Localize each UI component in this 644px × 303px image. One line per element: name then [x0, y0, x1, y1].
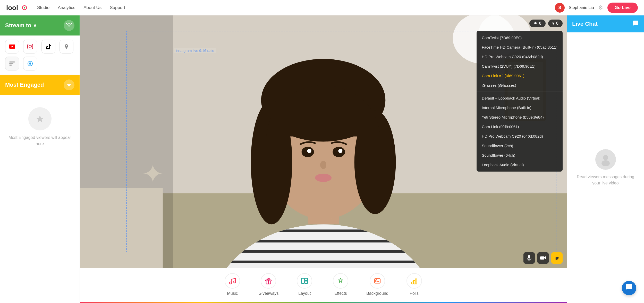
background-label: Background	[366, 291, 388, 296]
audio-option-cam-link[interactable]: Cam Link (0fd9:0061)	[477, 122, 563, 131]
polls-icon-circle	[406, 273, 422, 289]
svg-rect-8	[9, 65, 12, 66]
stream-to-bar[interactable]: Stream to ∧	[0, 15, 80, 35]
nav-analytics[interactable]: Analytics	[58, 5, 75, 10]
svg-point-36	[338, 149, 342, 153]
camera-option-camtwist-2vuy[interactable]: CamTwist (2VUY) (7D69:90E1)	[477, 61, 563, 71]
platform-youtube[interactable]	[5, 40, 19, 54]
heart-icon: ♥	[552, 21, 555, 26]
music-label: Music	[227, 291, 238, 296]
effects-icon-circle	[333, 273, 348, 289]
toolbar-effects[interactable]: Effects	[330, 273, 351, 296]
settings-button[interactable]	[551, 252, 563, 264]
top-navigation: lool Studio Analytics About Us Support S…	[0, 0, 644, 15]
toolbar-background[interactable]: Background	[366, 273, 388, 296]
most-engaged-content: ★ Most Engaged viewers will appear here	[0, 95, 80, 159]
camera-option-cam-link-2[interactable]: Cam Link #2 (0fd9:0061)	[477, 71, 563, 81]
logo: lool	[6, 3, 27, 12]
go-live-button[interactable]: Go Live	[607, 3, 638, 13]
live-chat-title: Live Chat	[572, 21, 598, 27]
background-icon-circle	[370, 273, 385, 289]
svg-point-2	[24, 7, 25, 8]
microphone-button[interactable]	[523, 252, 535, 264]
svg-rect-54	[412, 282, 413, 284]
audio-option-yeti[interactable]: Yeti Stereo Microphone (b58e:9e84)	[477, 112, 563, 122]
right-panel: Live Chat Read viewers messages during y…	[567, 15, 644, 303]
platform-belive[interactable]	[23, 57, 37, 70]
nav-about[interactable]: About Us	[83, 5, 101, 10]
layout-label: Layout	[298, 291, 311, 296]
user-name: Stephanie Liu	[569, 5, 594, 10]
svg-point-5	[31, 45, 32, 45]
most-engaged-bar[interactable]: Most Engaged ★	[0, 75, 80, 95]
svg-rect-55	[413, 280, 415, 284]
audio-option-internal-mic[interactable]: Internal Microphone (Built-in)	[477, 103, 563, 112]
svg-rect-44	[540, 256, 544, 260]
svg-point-46	[234, 281, 236, 283]
toolbar-giveaways[interactable]: Giveaways	[258, 273, 279, 296]
layout-icon-circle	[297, 273, 312, 289]
camera-dropdown: CamTwist (7D69:90E0) FaceTime HD Camera …	[477, 31, 563, 172]
polls-label: Polls	[410, 291, 419, 296]
platform-icons	[0, 35, 80, 75]
video-container: ✦ instagram live 9:16 ratio 👁 0 ♥ 0	[80, 15, 567, 268]
audio-option-loopback-virtual[interactable]: Loopback Audio (Virtual)	[477, 160, 563, 170]
camera-option-iglasses[interactable]: iGlasses (iGla:sses)	[477, 81, 563, 90]
dropdown-divider	[477, 92, 563, 92]
video-section: ✦ instagram live 9:16 ratio 👁 0 ♥ 0	[80, 15, 567, 303]
nav-support[interactable]: Support	[110, 5, 125, 10]
star-icon: ★	[67, 82, 71, 88]
toolbar-polls[interactable]: Polls	[404, 273, 425, 296]
chat-content: Read viewers messages during your live v…	[567, 32, 644, 303]
sidebar: Stream to ∧	[0, 15, 80, 303]
camera-button[interactable]	[537, 252, 549, 264]
stream-to-label: Stream to ∧	[5, 22, 37, 29]
gear-icon[interactable]: ⚙	[598, 4, 603, 11]
nav-right: S Stephanie Liu ⚙ Go Live	[555, 3, 638, 13]
platform-instagram[interactable]	[23, 40, 37, 54]
bottom-gradient-bar	[80, 302, 567, 303]
chat-bubble-button[interactable]	[622, 281, 636, 295]
platform-restream[interactable]	[5, 57, 19, 70]
camera-option-camtwist-7d69[interactable]: CamTwist (7D69:90E0)	[477, 33, 563, 42]
platform-tiktok[interactable]	[41, 40, 55, 54]
audio-option-hd-pro-audio[interactable]: HD Pro Webcam C920 (046d:082d)	[477, 131, 563, 141]
most-engaged-label: Most Engaged	[5, 82, 44, 88]
svg-point-35	[307, 149, 311, 153]
effects-label: Effects	[334, 291, 347, 296]
svg-rect-52	[375, 279, 380, 283]
svg-text:✦: ✦	[142, 159, 164, 188]
nav-links: Studio Analytics About Us Support	[37, 5, 555, 10]
star-placeholder-icon: ★	[35, 113, 45, 125]
audio-option-soundflower-2ch[interactable]: Soundflower (2ch)	[477, 141, 563, 150]
wifi-icon	[66, 23, 72, 29]
views-stat: 👁 0	[529, 20, 546, 27]
audio-option-soundflower-64ch[interactable]: Soundflower (64ch)	[477, 150, 563, 160]
svg-rect-6	[9, 61, 15, 63]
giveaways-icon-circle	[261, 273, 276, 289]
avatar: S	[555, 3, 565, 13]
live-chat-header: Live Chat	[567, 15, 644, 32]
star-circle: ★	[64, 79, 74, 90]
giveaways-label: Giveaways	[258, 291, 278, 296]
camera-option-facetime[interactable]: FaceTime HD Camera (Built-in) (05ac:8511…	[477, 42, 563, 52]
nav-studio[interactable]: Studio	[37, 5, 49, 10]
svg-point-38	[315, 174, 332, 182]
chevron-up-icon: ∧	[33, 23, 37, 28]
svg-text:lool: lool	[6, 4, 18, 12]
likes-stat: ♥ 0	[548, 20, 563, 27]
video-bottom-controls	[523, 252, 563, 264]
eye-icon: 👁	[533, 21, 538, 26]
chat-bubble-icon	[625, 284, 633, 293]
audio-option-default-loopback[interactable]: Default – Loopback Audio (Virtual)	[477, 93, 563, 103]
camera-option-hd-pro[interactable]: HD Pro Webcam C920 (046d:082d)	[477, 52, 563, 61]
platform-periscope[interactable]	[60, 40, 73, 54]
svg-rect-51	[305, 281, 308, 283]
svg-rect-50	[305, 278, 308, 281]
svg-rect-7	[9, 63, 13, 64]
toolbar-music[interactable]: Music	[222, 273, 243, 296]
chat-icon	[633, 20, 639, 28]
bottom-toolbar: Music Giveaways	[80, 268, 567, 302]
svg-point-10	[29, 63, 31, 65]
toolbar-layout[interactable]: Layout	[294, 273, 315, 296]
